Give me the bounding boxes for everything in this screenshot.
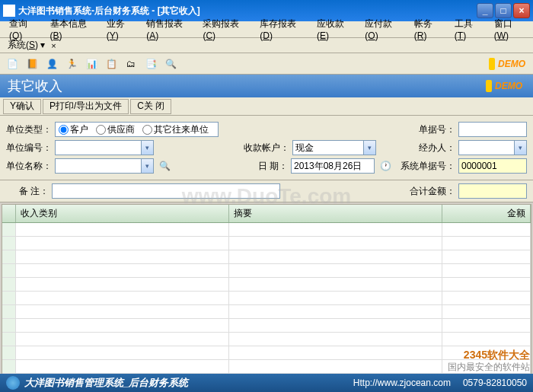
date-input[interactable]: [291, 158, 375, 174]
tool-icon-9[interactable]: 🔍: [163, 56, 178, 72]
total-input[interactable]: [458, 183, 527, 199]
tool-icon-1[interactable]: 📄: [5, 56, 20, 72]
menu-receivable[interactable]: 应收款(E): [311, 16, 359, 43]
table-row[interactable]: [2, 250, 531, 264]
tool-icon-5[interactable]: 📊: [84, 56, 99, 72]
menu-system[interactable]: 系统(S) ▾: [3, 37, 49, 53]
tool-icon-7[interactable]: 🗂: [123, 56, 139, 72]
dropdown-icon[interactable]: [514, 141, 526, 155]
remark-label: 备 注：: [6, 185, 49, 198]
table-row[interactable]: [2, 237, 531, 250]
grid-col-category[interactable]: 收入类别: [16, 205, 229, 222]
grid-col-amount[interactable]: 金额: [442, 205, 531, 222]
candle-icon: [489, 58, 495, 70]
radio-supplier[interactable]: 供应商: [96, 123, 135, 136]
sys-bill-input[interactable]: [458, 158, 527, 174]
grid-col-summary[interactable]: 摘要: [229, 205, 442, 222]
confirm-button[interactable]: Y确认: [3, 99, 41, 114]
operator-combo[interactable]: [458, 140, 527, 155]
menu-stock-report[interactable]: 库存报表(D): [254, 16, 311, 43]
radio-other[interactable]: 其它往来单位: [142, 123, 209, 136]
mdi-close-icon[interactable]: ×: [51, 41, 56, 50]
table-row[interactable]: [2, 292, 531, 305]
menu-business[interactable]: 业务(Y): [101, 16, 140, 43]
candle-icon: [486, 80, 492, 92]
sys-bill-label: 系统单据号：: [401, 160, 455, 173]
radio-customer[interactable]: 客户: [59, 123, 88, 136]
table-row[interactable]: [2, 319, 531, 333]
table-row[interactable]: [2, 305, 531, 319]
app-icon: [3, 5, 15, 17]
dropdown-icon[interactable]: [363, 141, 375, 155]
date-label: 日 期：: [245, 160, 288, 173]
menu-basic[interactable]: 基本信息(B): [44, 16, 101, 43]
operator-label: 经办人：: [413, 142, 455, 155]
table-row[interactable]: [2, 333, 531, 346]
demo-badge-toolbar: DEMO: [489, 58, 525, 70]
menubar: 查询(Q) 基本信息(B) 业务(Y) 销售报表(A) 采购报表(C) 库存报表…: [0, 21, 533, 38]
status-text: 大洋图书销售管理系统_后台财务系统: [24, 376, 188, 390]
status-right: Http://www.zjocean.com 0579-82810050: [353, 378, 527, 388]
table-row[interactable]: [2, 264, 531, 278]
menu-purchase-report[interactable]: 采购报表(C): [196, 16, 254, 43]
tool-icon-4[interactable]: 🏃: [64, 56, 79, 72]
tool-icon-6[interactable]: 📋: [104, 56, 119, 72]
unit-type-label: 单位类型：: [6, 123, 52, 136]
tool-icon-2[interactable]: 📙: [24, 56, 40, 72]
menu-sales-report[interactable]: 销售报表(A): [140, 16, 196, 43]
menu-window[interactable]: 窗口(W): [488, 16, 530, 43]
tool-icon-8[interactable]: 📑: [143, 56, 158, 72]
status-phone: 0579-82810050: [463, 378, 527, 388]
close-page-button[interactable]: C关 闭: [130, 99, 171, 114]
action-bar: Y确认 P打印/导出为文件 C关 闭: [0, 97, 533, 116]
bill-no-input[interactable]: [458, 122, 527, 137]
dropdown-icon[interactable]: [141, 159, 153, 173]
window-title: 大洋图书销售系统-后台财务系统 - [其它收入]: [18, 5, 477, 18]
unit-type-radio-group: 客户 供应商 其它往来单位: [55, 122, 219, 137]
page-title: 其它收入: [8, 77, 62, 95]
unit-code-combo[interactable]: [55, 140, 154, 155]
total-label: 合计金额：: [402, 185, 455, 198]
remark-row: 备 注： 合计金额：: [0, 180, 533, 202]
menu-payable[interactable]: 应付款(O): [359, 16, 408, 43]
demo-badge-subtitle: DEMO: [486, 80, 522, 92]
unit-code-label: 单位编号：: [6, 142, 52, 155]
remark-input[interactable]: [52, 183, 280, 199]
account-label: 收款帐户：: [244, 142, 289, 155]
unit-name-combo[interactable]: [55, 158, 154, 174]
unit-name-label: 单位名称：: [6, 160, 52, 173]
menu-accounting[interactable]: 帐务(R): [408, 16, 448, 43]
grid-col-marker[interactable]: [2, 205, 16, 222]
site-logo: 2345软件大全 国内最安全的软件站: [448, 349, 530, 372]
bill-no-label: 单据号：: [413, 123, 455, 136]
menu-tools[interactable]: 工具(T): [448, 16, 488, 43]
search-icon[interactable]: 🔍: [157, 158, 172, 174]
clock-icon[interactable]: 🕐: [378, 158, 393, 174]
status-url: Http://www.zjocean.com: [353, 378, 451, 388]
dropdown-icon[interactable]: [141, 141, 153, 155]
grid-header: 收入类别 摘要 金额: [2, 205, 531, 223]
statusbar: 大洋图书销售管理系统_后台财务系统 Http://www.zjocean.com…: [0, 374, 533, 392]
print-export-button[interactable]: P打印/导出为文件: [43, 99, 129, 114]
table-row[interactable]: [2, 278, 531, 292]
table-row[interactable]: [2, 223, 531, 237]
form-area: 单位类型： 客户 供应商 其它往来单位 单据号： 单位编号： 收款帐户： 现金 …: [0, 116, 533, 180]
globe-icon: [6, 376, 20, 390]
tool-icon-3[interactable]: 👤: [44, 56, 59, 72]
toolbar: 📄 📙 👤 🏃 📊 📋 🗂 📑 🔍 DEMO: [0, 53, 533, 75]
account-combo[interactable]: 现金: [292, 140, 376, 155]
page-title-bar: 其它收入 DEMO: [0, 75, 533, 97]
